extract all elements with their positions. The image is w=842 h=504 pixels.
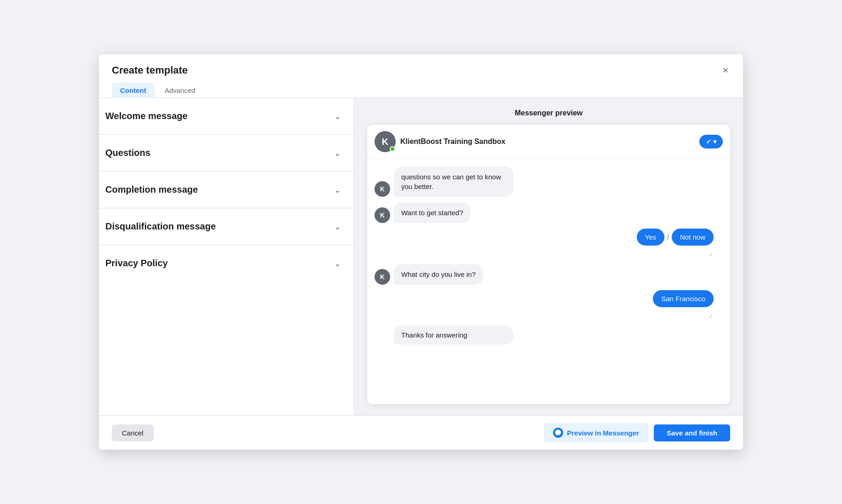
accordion-label-completion: Completion message	[105, 184, 198, 195]
modal-header: Create template ×	[99, 54, 743, 77]
bot-bubble: Want to get started?	[394, 202, 471, 223]
messenger-preview: K KlientBoost Training Sandbox ✓ ▾ K	[367, 125, 730, 404]
page-name: KlientBoost Training Sandbox	[400, 137, 505, 146]
accordion-privacy[interactable]: Privacy Policy ⌄	[99, 245, 354, 281]
chat-messages: K questions so we can get to know you be…	[367, 159, 730, 404]
chevron-down-icon-completion: ⌄	[334, 185, 341, 195]
user-reply-row: San Francisco	[375, 290, 723, 307]
messenger-icon	[553, 428, 563, 438]
message-row: K Want to get started?	[375, 202, 723, 223]
accordion-label-welcome: Welcome message	[105, 111, 188, 121]
bot-avatar: K	[375, 207, 390, 223]
save-finish-button[interactable]: Save and finish	[654, 424, 730, 441]
footer-right: Preview in Messenger Save and finish	[544, 423, 730, 442]
checkmark-icon: ✓	[706, 138, 711, 145]
left-panel: Welcome message ⌄ Questions ⌄ Completion…	[99, 98, 354, 415]
preview-messenger-button[interactable]: Preview in Messenger	[544, 423, 648, 442]
accordion-welcome[interactable]: Welcome message ⌄	[99, 98, 354, 135]
reply-row: Yes / Not now	[375, 229, 723, 246]
chevron-down-icon-disqualification: ⌄	[334, 222, 341, 232]
message-row: K questions so we can get to know you be…	[375, 166, 723, 197]
tabs-row: Content Advanced	[99, 77, 743, 98]
avatar: K	[375, 131, 396, 152]
bot-bubble: questions so we can get to know you bett…	[394, 166, 513, 197]
accordion-questions[interactable]: Questions ⌄	[99, 135, 354, 172]
accordion-label-privacy: Privacy Policy	[105, 258, 168, 269]
messenger-header: K KlientBoost Training Sandbox ✓ ▾	[367, 125, 730, 159]
chevron-down-icon-welcome: ⌄	[334, 111, 341, 121]
modal-footer: Cancel Preview in Messenger Save and fin…	[99, 415, 743, 450]
messenger-header-left: K KlientBoost Training Sandbox	[375, 131, 505, 152]
dropdown-arrow-icon: ▾	[713, 138, 716, 145]
san-francisco-bubble: San Francisco	[653, 290, 714, 307]
verified-button[interactable]: ✓ ▾	[699, 135, 723, 149]
not-now-reply-bubble[interactable]: Not now	[672, 229, 714, 246]
bot-avatar: K	[375, 181, 390, 197]
online-status-dot	[390, 146, 395, 152]
accordion-label-disqualification: Disqualification message	[105, 221, 216, 232]
modal-title: Create template	[112, 64, 188, 76]
modal-body: Welcome message ⌄ Questions ⌄ Completion…	[99, 98, 743, 415]
delivered-icon: ✓	[375, 251, 723, 258]
delivered-icon-2: ✓	[375, 313, 723, 320]
reply-separator: /	[667, 234, 669, 241]
preview-messenger-label: Preview in Messenger	[567, 429, 639, 437]
thanks-bubble: Thanks for answering	[394, 326, 513, 344]
right-panel: Messenger preview K KlientBoost Training…	[354, 98, 743, 415]
bot-bubble: What city do you live in?	[394, 264, 483, 285]
accordion-label-questions: Questions	[105, 148, 150, 158]
cancel-button[interactable]: Cancel	[112, 424, 154, 441]
close-button[interactable]: ×	[721, 63, 730, 77]
avatar-letter: K	[382, 137, 388, 147]
chevron-down-icon-questions: ⌄	[334, 148, 341, 158]
accordion-disqualification[interactable]: Disqualification message ⌄	[99, 208, 354, 245]
create-template-modal: Create template × Content Advanced Welco…	[99, 54, 743, 450]
accordion-completion[interactable]: Completion message ⌄	[99, 172, 354, 208]
tab-content[interactable]: Content	[112, 83, 155, 98]
tab-advanced[interactable]: Advanced	[156, 83, 204, 98]
message-row: K What city do you live in?	[375, 264, 723, 285]
preview-title: Messenger preview	[367, 109, 730, 117]
bot-avatar: K	[375, 269, 390, 285]
yes-reply-bubble[interactable]: Yes	[637, 229, 664, 246]
chevron-down-icon-privacy: ⌄	[334, 258, 341, 269]
